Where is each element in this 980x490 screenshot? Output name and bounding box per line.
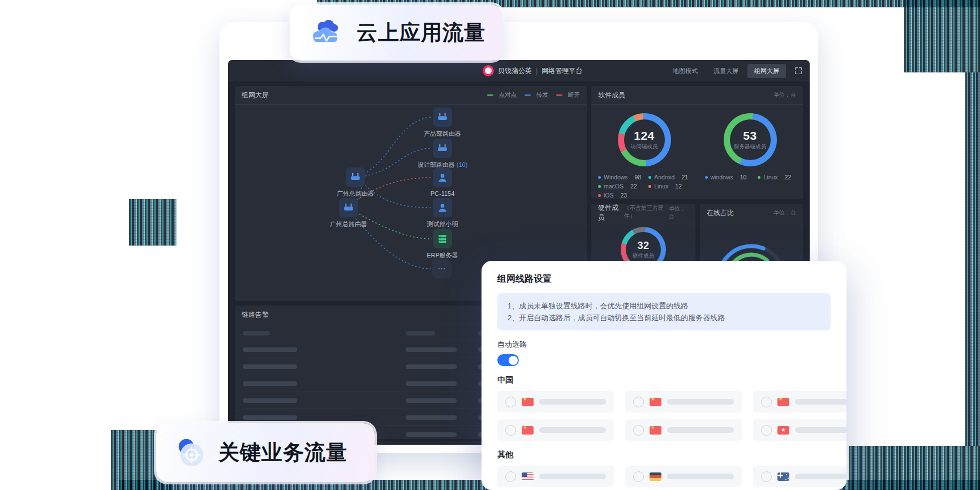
line-name-skeleton [795, 427, 846, 433]
hardware-note: （不含第三方硬件） [624, 204, 669, 220]
flag-icon [650, 398, 661, 406]
flag-icon [522, 398, 534, 406]
section-china-label: 中国 [497, 375, 831, 385]
node-label: ERP服务器 [427, 251, 458, 260]
glitch-noise-top-right [904, 0, 980, 72]
radio[interactable] [633, 397, 644, 407]
glitch-noise-left [129, 199, 177, 246]
brand-separator: | [536, 67, 538, 75]
radio[interactable] [505, 397, 516, 407]
line-option[interactable] [625, 419, 742, 441]
node-test-member[interactable]: 测试部小明 [414, 198, 471, 229]
dashboard-header: 贝锐蒲公英 | 网络管理平台 地图模式 流量大屏 组网大屏 [228, 60, 810, 81]
line-option[interactable] [753, 419, 846, 441]
radio[interactable] [505, 425, 516, 436]
line-option[interactable] [497, 391, 614, 412]
node-gz-main-router-1[interactable]: 广州总路由器 [327, 167, 384, 198]
legend-macos: macOS22 [598, 182, 648, 191]
node-label: 测试部小明 [427, 220, 458, 229]
cloud-traffic-icon [309, 19, 344, 47]
node-label: 广州总路由器 [330, 220, 367, 229]
radio[interactable] [761, 425, 772, 436]
line-option[interactable] [625, 391, 742, 412]
line-name-skeleton [539, 427, 606, 433]
radio[interactable] [505, 471, 516, 482]
software-unit: 单位：台 [773, 91, 796, 99]
router-icon [339, 198, 358, 217]
router-icon [346, 167, 365, 187]
node-design-router[interactable]: 设计部路由器 (10) [414, 139, 471, 169]
node-product-router[interactable]: 产品部路由器 [414, 108, 471, 138]
flag-icon [650, 472, 661, 481]
server-members-label: 服务器端成员 [734, 143, 766, 151]
legend-server-windows: windows10 [705, 173, 747, 182]
glitch-noise-bottom-right [849, 446, 980, 490]
person-icon [433, 198, 452, 217]
node-erp-server[interactable]: ERP服务器 [414, 229, 471, 260]
more-icon: ⋯ [432, 259, 452, 278]
radio[interactable] [761, 397, 772, 407]
server-legend: windows10 Linux22 [699, 173, 797, 200]
auto-route-label: 自动选路 [497, 339, 831, 350]
software-members-panel: 软件成员 单位：台 124 访问端成员 [591, 86, 803, 199]
router-icon [433, 108, 452, 127]
hardware-members-title: 硬件成员 [598, 203, 622, 222]
topology-legend: 点对点 转发 断开 [487, 91, 581, 100]
line-option[interactable] [497, 419, 614, 441]
line-name-skeleton [667, 427, 734, 433]
line-option[interactable] [753, 466, 846, 487]
business-traffic-badge: 关键业务流量 [156, 423, 375, 482]
node-label: PC-1154 [431, 190, 455, 197]
brand-logo-icon [483, 65, 494, 76]
flag-icon [777, 426, 789, 435]
china-line-options [497, 391, 831, 441]
line-name-skeleton [667, 399, 734, 405]
software-members-title: 软件成员 [598, 91, 625, 100]
cloud-traffic-badge: 云上应用流量 [290, 5, 502, 61]
line-option[interactable] [753, 391, 846, 412]
flag-icon [522, 472, 534, 481]
line-name-skeleton [667, 474, 734, 479]
nav-traffic-screen[interactable]: 流量大屏 [707, 64, 745, 78]
brand-name: 贝锐蒲公英 [498, 66, 532, 76]
line-option[interactable] [497, 466, 614, 487]
node-pc-1154[interactable]: PC-1154 [414, 168, 471, 197]
section-other-label: 其他 [497, 450, 831, 460]
legend-forward: 转发 [525, 91, 548, 100]
fullscreen-icon[interactable] [795, 67, 802, 74]
header-nav: 地图模式 流量大屏 组网大屏 [666, 60, 802, 81]
legend-p2p: 点对点 [487, 91, 517, 100]
server-icon [433, 229, 452, 248]
nav-network-screen[interactable]: 组网大屏 [747, 64, 786, 78]
radio[interactable] [633, 471, 644, 482]
toggle-knob [509, 356, 518, 365]
node-label: 广州总路由器 [337, 190, 374, 198]
node-label: 产品部路由器 [424, 130, 461, 138]
business-traffic-label: 关键业务流量 [218, 439, 347, 467]
tip-line-2: 2、开启自动选路后，成员可自动切换至当前延时最低的服务器线路 [508, 312, 820, 324]
node-count: (10) [457, 161, 468, 168]
line-name-skeleton [539, 474, 606, 479]
legend-android: Android21 [648, 173, 699, 182]
online-ratio-title: 在线占比 [707, 208, 734, 218]
legend-broken-dash-icon [556, 94, 562, 96]
radio[interactable] [633, 425, 644, 436]
person-icon [433, 168, 452, 187]
legend-p2p-dash-icon [487, 94, 493, 96]
server-members-donut: 53 服务器端成员 [724, 113, 777, 166]
router-icon [433, 139, 452, 158]
glitch-noise-right [965, 72, 980, 446]
line-name-skeleton [539, 399, 606, 405]
access-members-label: 访问端成员 [631, 143, 658, 151]
server-members-value: 53 [743, 129, 757, 143]
nav-map-mode[interactable]: 地图模式 [666, 64, 704, 78]
radio[interactable] [761, 471, 772, 482]
node-gz-main-router-2[interactable]: 广州总路由器 [320, 198, 377, 229]
tip-line-1: 1、成员未单独设置线路时，会优先使用组网设置的线路 [508, 300, 820, 312]
link-alarm-title: 链路告警 [242, 310, 269, 320]
brand: 贝锐蒲公英 | 网络管理平台 [483, 60, 582, 81]
flag-icon [522, 426, 534, 435]
auto-route-toggle[interactable] [497, 354, 519, 366]
node-more[interactable]: ⋯ [414, 259, 470, 278]
line-option[interactable] [625, 466, 742, 487]
